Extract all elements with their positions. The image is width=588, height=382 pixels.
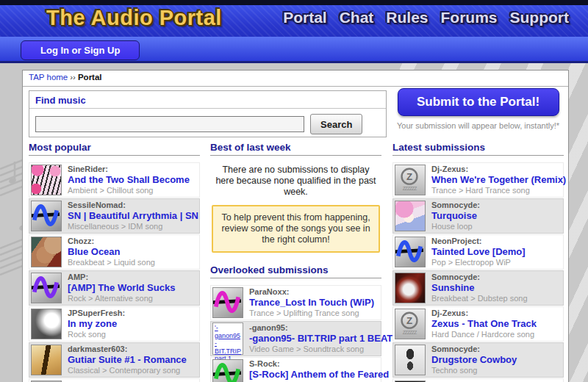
background-stripes (569, 106, 588, 382)
artist-name: Dj-Zexus: (431, 165, 562, 174)
header-top-strip (0, 0, 588, 5)
song-title-link[interactable]: Trance_Lost In Touch (WiP) (249, 297, 374, 309)
artist-name: Dj-Zexus: (431, 309, 537, 318)
artist-name: -ganon95: (249, 323, 379, 333)
artist-name: ParaNoxx: (249, 287, 374, 297)
song-thumbnail: ZZZZZZZ (395, 309, 426, 339)
song-genre: House loop (431, 222, 480, 231)
song-list-item[interactable]: ZZZZZZZ Dj-Zexus: When We're Together (R… (392, 162, 564, 198)
song-title-link[interactable]: Turquoise (431, 210, 480, 222)
song-genre: Hard Dance / Hardcore song (431, 330, 537, 339)
song-genre: Techno song (431, 366, 517, 375)
artist-name: NeonProject: (431, 237, 526, 246)
sine-wave-icon (32, 201, 60, 229)
song-title-link[interactable]: SN | Beautiful Arrythmia | SN (68, 210, 198, 222)
song-title-link[interactable]: And the Two Shall Become (68, 174, 190, 186)
song-genre: Miscellaneous > IDM song (68, 222, 198, 231)
nav-rules[interactable]: Rules (386, 9, 428, 26)
overlooked-title: Overlooked submissions (210, 264, 381, 278)
song-title-link[interactable]: Gutiar Suite #1 - Romance (68, 354, 187, 366)
song-list-item[interactable]: JPSuperFresh: In my zone Rock song (29, 306, 200, 342)
login-signup-button[interactable]: Log In or Sign Up (21, 40, 140, 60)
song-title-link[interactable]: [S-Rock] Anthem of the Feared (249, 369, 379, 381)
svg-text:ZZZZZZ: ZZZZZZ (403, 330, 417, 335)
song-title-link[interactable]: Tainted Love [Demo] (431, 246, 526, 258)
nav-portal[interactable]: Portal (283, 9, 327, 26)
song-title-link[interactable]: In my zone (68, 318, 125, 330)
artist-name: Somnocyde: (431, 345, 517, 354)
login-bar: Log In or Sign Up (0, 37, 588, 63)
song-title-link[interactable]: Drugstore Cowboy (431, 354, 517, 366)
song-thumbnail (31, 309, 62, 339)
song-thumbnail (395, 273, 426, 303)
most-popular-column: Most popular SineRider: And the Two Shal… (29, 142, 200, 382)
song-list-item[interactable]: S-Rock: [S-Rock] Anthem of the Feared Hi… (210, 357, 381, 382)
song-list-item[interactable]: AMP: [AMP] The World Sucks Rock > Altern… (29, 270, 200, 306)
find-music-panel: Find music Search (29, 90, 387, 137)
sine-wave-icon (395, 237, 423, 265)
song-list-item[interactable]: Somnocyde: Drugstore Cowboy Techno song (392, 342, 564, 378)
search-input[interactable] (35, 116, 304, 132)
song-list-item[interactable]: NeonProject: Tainted Love [Demo] Pop > E… (392, 234, 564, 270)
song-title-link[interactable]: Zexus - That One Track (431, 318, 537, 330)
song-thumbnail (395, 201, 426, 231)
song-genre: Rock > Alternative song (68, 294, 175, 303)
song-list-item[interactable]: darkmaster603: Gutiar Suite #1 - Romance… (29, 342, 200, 378)
find-music-title: Find music (29, 91, 386, 109)
song-thumbnail (212, 287, 243, 318)
song-thumbnail (212, 359, 243, 382)
song-title-link[interactable]: When We're Together (Remix) (431, 174, 562, 186)
sine-wave-icon (213, 360, 241, 382)
breadcrumb-separator: ›› (70, 73, 76, 82)
song-list-item[interactable] (29, 378, 200, 382)
artist-name: AMP: (68, 273, 175, 282)
song-list-item[interactable]: '-ganon95- BIT.TRIP part 1 BEAT' -ganon9… (210, 321, 381, 356)
search-button[interactable]: Search (310, 114, 362, 134)
song-title-link[interactable]: [AMP] The World Sucks (68, 282, 175, 294)
breadcrumb: TAP home››Portal (23, 71, 568, 87)
submit-to-portal-button[interactable]: Submit to the Portal! (398, 88, 559, 116)
song-genre: Breakbeat > Liquid song (68, 258, 155, 267)
best-of-week-column: Best of last week There are no submissio… (210, 142, 381, 382)
nav-chat[interactable]: Chat (340, 9, 374, 26)
nav-support[interactable]: Support (510, 9, 569, 26)
sine-wave-icon (32, 273, 60, 301)
nav-forums[interactable]: Forums (441, 9, 498, 26)
song-list-item[interactable]: Chozz: Blue Ocean Breakbeat > Liquid son… (29, 234, 200, 270)
song-list-item[interactable]: ZZZZZZZ Dj-Zexus: Zexus - That One Track… (392, 306, 564, 342)
song-thumbnail: '-ganon95- BIT.TRIP part 1 BEAT' (212, 322, 243, 355)
song-thumbnail (31, 237, 62, 267)
song-title-link[interactable]: Sunshine (431, 282, 528, 294)
song-genre: Video Game > Soundtrack song (249, 345, 379, 354)
song-list-item[interactable]: ParaNoxx: Trance_Lost In Touch (WiP) Tra… (210, 285, 381, 320)
artist-name: SessileNomad: (68, 201, 198, 210)
svg-text:Z: Z (406, 315, 412, 326)
main-content: TAP home››Portal Find music Search Submi… (22, 70, 569, 382)
song-list-item[interactable]: Somnocyde: Turquoise House loop (392, 198, 564, 234)
breadcrumb-current: Portal (78, 73, 102, 82)
song-list-item[interactable]: SineRider: And the Two Shall Become Ambi… (29, 162, 200, 198)
latest-submissions-title: Latest submissions (392, 142, 564, 156)
artist-name: Somnocyde: (431, 273, 528, 282)
most-popular-list: SineRider: And the Two Shall Become Ambi… (29, 162, 200, 382)
overlooked-list: ParaNoxx: Trance_Lost In Touch (WiP) Tra… (210, 285, 381, 382)
latest-submissions-list: ZZZZZZZ Dj-Zexus: When We're Together (R… (392, 162, 564, 382)
song-thumbnail: ZZZZZZZ (395, 165, 426, 195)
artist-name: S-Rock: (249, 359, 379, 369)
song-list-item[interactable]: SessileNomad: SN | Beautiful Arrythmia |… (29, 198, 200, 234)
song-genre: Trance > Uplifting Trance song (249, 309, 374, 318)
song-thumbnail (31, 165, 62, 195)
artist-name: JPSuperFresh: (68, 309, 125, 318)
song-thumbnail (31, 345, 62, 375)
submit-panel: Submit to the Portal! Your submission wi… (392, 88, 564, 130)
song-title-link[interactable]: Blue Ocean (68, 246, 155, 258)
zexus-logo-icon: ZZZZZZZ (395, 165, 423, 193)
song-genre: Rock song (68, 330, 125, 339)
artist-name: SineRider: (68, 165, 190, 174)
song-list-item[interactable]: Somnocyde: (392, 378, 564, 382)
song-title-link[interactable]: -ganon95- BIT.TRIP part 1 BEAT (249, 333, 379, 345)
review-help-box: To help prevent this from happening, rev… (212, 205, 380, 253)
song-genre: Trance > Hard Trance song (431, 186, 562, 195)
breadcrumb-home-link[interactable]: TAP home (29, 73, 68, 82)
song-list-item[interactable]: Somnocyde: Sunshine Breakbeat > Dubstep … (392, 270, 564, 306)
